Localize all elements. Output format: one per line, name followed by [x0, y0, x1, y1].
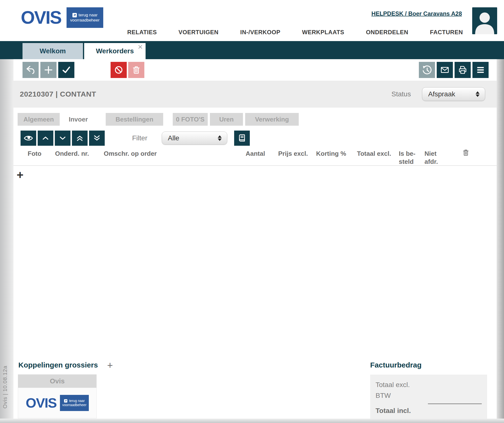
move-top-button[interactable] [72, 131, 88, 146]
version-text: Ovis | 10.08.12a [2, 366, 8, 409]
chevron-up-icon [40, 133, 51, 143]
eye-icon [23, 133, 34, 144]
undo-icon [25, 65, 36, 75]
add-icon [43, 65, 54, 75]
mail-button[interactable] [437, 62, 453, 78]
add-grossier-button[interactable]: + [107, 360, 113, 371]
subtab-uren-label: Uren [219, 116, 234, 123]
nav-onderdelen[interactable]: ONDERDELEN [366, 29, 408, 36]
check-icon [61, 65, 72, 75]
subtab-bestellingen-label: Bestellingen [115, 116, 153, 123]
tab-welkom-label: Welkom [40, 47, 66, 55]
cancel-icon [113, 64, 124, 76]
nav-werkplaats[interactable]: WERKPLAATS [302, 29, 344, 36]
delete-button[interactable] [128, 62, 144, 78]
status-value: Afspraak [428, 90, 455, 98]
undo-button[interactable] [23, 62, 39, 78]
col-onderd-nr: Onderd. nr. [55, 150, 89, 158]
grossier-card-ovis[interactable]: Ovis OVIS terug naar voorraadbeheer [18, 374, 97, 418]
nav-facturen[interactable]: FACTUREN [430, 29, 463, 36]
col-foto: Foto [28, 150, 41, 158]
double-chevron-down-icon [92, 133, 102, 143]
menu-button[interactable] [472, 62, 489, 78]
col-niet-afdr: Niet afdr. [424, 150, 438, 166]
add-part-row-button[interactable]: + [17, 169, 23, 181]
invoice-panel: Totaal excl. BTW Totaal incl. [370, 375, 487, 419]
grossier-card-title: Ovis [18, 375, 96, 388]
select-arrows-icon [218, 135, 222, 141]
show-rows-button[interactable] [21, 131, 36, 146]
helpdesk-user-link[interactable]: HELPDESK / Boer Caravans A28 [371, 10, 462, 17]
catalog-button[interactable] [234, 131, 250, 146]
invoice-total-excl-label: Totaal excl. [376, 381, 410, 389]
col-korting: Korting % [316, 150, 346, 158]
ovis-logo-text-small: OVIS [26, 395, 57, 411]
tab-werkorders[interactable]: Werkorders × [84, 43, 146, 59]
move-bottom-button[interactable] [89, 131, 105, 146]
badge-line2: voorraadbeheer [62, 403, 86, 407]
subtab-verwerking-label: Verwerking [255, 116, 289, 123]
double-chevron-up-icon [75, 133, 85, 143]
order-title: 20210307 | CONTANT [20, 81, 96, 108]
subtab-algemeen[interactable]: Algemeen [18, 113, 60, 126]
move-up-button[interactable] [38, 131, 53, 146]
external-link-icon [72, 13, 77, 18]
col-delete [461, 148, 470, 158]
printer-icon [457, 64, 468, 76]
book-icon [237, 133, 247, 143]
status-select[interactable]: Afspraak [422, 87, 485, 101]
invoice-total-incl-label: Totaal incl. [376, 407, 411, 415]
scrollbar[interactable] [497, 59, 504, 423]
chevron-down-icon [57, 133, 68, 143]
tab-welkom[interactable]: Welkom [23, 43, 83, 59]
subtab-fotos-label: 0 FOTO'S [176, 116, 205, 123]
main-nav: RELATIES VOERTUIGEN IN-/VERKOOP WERKPLAA… [127, 29, 463, 36]
person-icon [472, 7, 497, 34]
subtab-uren[interactable]: Uren [210, 113, 243, 126]
ovis-werkorder-page: OVIS terug naar voorraadbeheer RELATIES … [0, 0, 504, 423]
cancel-button[interactable] [111, 62, 127, 78]
badge-line1: terug naar [79, 12, 98, 18]
subtab-fotos[interactable]: 0 FOTO'S [173, 113, 208, 126]
badge-line1: terug naar [69, 399, 85, 403]
grossier-card-logo: OVIS terug naar voorraadbeheer [18, 388, 96, 418]
parts-table-header: Foto Onderd. nr. Omschr. op order Aantal… [13, 147, 497, 166]
history-button[interactable] [419, 62, 435, 78]
filter-label: Filter [132, 131, 147, 146]
app-header: OVIS terug naar voorraadbeheer RELATIES … [0, 0, 504, 41]
nav-voertuigen[interactable]: VOERTUIGEN [179, 29, 219, 36]
status-label: Status [391, 81, 411, 108]
tab-werkorders-label: Werkorders [96, 47, 134, 55]
invoice-sum-line [428, 403, 482, 404]
filter-select[interactable]: Alle [162, 132, 227, 145]
confirm-button[interactable] [58, 62, 74, 78]
col-is-besteld: Is be- steld [399, 150, 415, 166]
close-icon[interactable]: × [138, 43, 143, 51]
invoice-btw-label: BTW [376, 392, 391, 400]
subtab-algemeen-label: Algemeen [23, 116, 54, 123]
avatar[interactable] [472, 7, 497, 34]
print-button[interactable] [455, 62, 471, 78]
ovis-logo-text: OVIS [21, 6, 61, 29]
subtab-bestellingen[interactable]: Bestellingen [106, 113, 163, 126]
nav-in-verkoop[interactable]: IN-/VERKOOP [240, 29, 280, 36]
nav-relaties[interactable]: RELATIES [127, 29, 157, 36]
subtab-invoer-label: Invoer [69, 116, 88, 123]
grossiers-title: Koppelingen grossiers [18, 361, 98, 369]
external-link-icon [64, 399, 68, 403]
trash-outline-icon [461, 148, 470, 157]
tab-bar: Welkom Werkorders × [0, 41, 504, 59]
subtab-invoer[interactable]: Invoer [61, 113, 95, 126]
filter-value: Alle [168, 134, 179, 142]
subtab-verwerking[interactable]: Verwerking [245, 113, 299, 126]
order-banner: 20210307 | CONTANT Status Afspraak [13, 81, 497, 108]
move-down-button[interactable] [55, 131, 70, 146]
back-to-stock-badge[interactable]: terug naar voorraadbeheer [67, 7, 103, 28]
add-button[interactable] [40, 62, 57, 78]
trash-icon [131, 65, 142, 75]
bottom-page-edge [0, 419, 504, 423]
invoice-title: Factuurbedrag [370, 361, 422, 369]
col-prijs-excl: Prijs excl. [278, 150, 308, 158]
ovis-logo[interactable]: OVIS terug naar voorraadbeheer [21, 6, 103, 29]
col-totaal-excl: Totaal excl. [357, 150, 391, 158]
